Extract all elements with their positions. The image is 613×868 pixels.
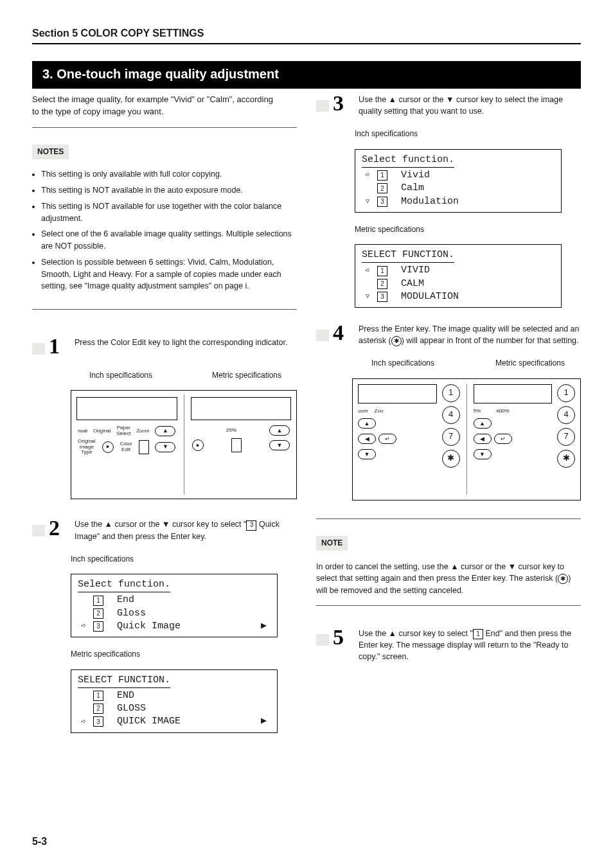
panel-label: 25% bbox=[226, 428, 236, 433]
control-panel-figure: nual Original Paper Select Zoom ▲ Origin… bbox=[71, 390, 297, 499]
panel-label: 400% bbox=[496, 407, 509, 415]
notes-list: This setting is only available with full… bbox=[32, 168, 297, 296]
spec-label-metric: Metric specifications bbox=[479, 358, 581, 369]
note-heading: NOTE bbox=[316, 536, 348, 551]
divider bbox=[184, 394, 184, 495]
lcd-item: GLOSS bbox=[117, 702, 146, 715]
panel-label: Color Edit bbox=[120, 441, 132, 452]
spec-label-metric: Metric specifications bbox=[355, 224, 581, 235]
lcd-screen-icon bbox=[76, 397, 177, 420]
enter-key-icon: ↵ bbox=[494, 434, 512, 444]
led-icon: ● bbox=[102, 441, 114, 453]
spec-label-inch: Inch specifications bbox=[352, 358, 454, 369]
boxed-number-icon: 3 bbox=[93, 621, 103, 632]
boxed-number-icon: 3 bbox=[377, 292, 387, 302]
divider bbox=[466, 384, 467, 495]
panel-label: oom bbox=[358, 407, 368, 415]
lcd-item: QUICK IMAGE bbox=[117, 715, 181, 728]
step-number: 1 bbox=[49, 335, 60, 357]
lcd-item: End bbox=[117, 594, 134, 607]
step-number: 4 bbox=[333, 322, 344, 344]
boxed-number-icon: 3 bbox=[377, 197, 387, 207]
keypad-figure: oom Zoo ▲ ◀ ↵ ▼ 1 bbox=[352, 378, 581, 500]
step-marker bbox=[316, 330, 329, 341]
asterisk-mark-icon: ✱ bbox=[391, 336, 402, 346]
down-key-icon: ▼ bbox=[269, 440, 290, 450]
numpad-key: 4 bbox=[557, 406, 575, 424]
panel-label: Zoom bbox=[136, 429, 149, 434]
down-key-icon: ▼ bbox=[358, 449, 376, 459]
numpad-key: 4 bbox=[442, 406, 460, 424]
lcd-menu: SELECT FUNCTION. 1 END 2 GLOSS ➪3 QUICK … bbox=[71, 669, 278, 733]
rule bbox=[316, 605, 581, 606]
spec-label-inch: Inch specifications bbox=[71, 554, 297, 565]
scroll-down-icon: ▽ bbox=[362, 197, 373, 206]
step-marker bbox=[32, 525, 45, 536]
lcd-item: MODULATION bbox=[401, 290, 459, 303]
panel-label: nual bbox=[78, 429, 87, 434]
up-key-icon: ▲ bbox=[269, 425, 290, 436]
step-number: 5 bbox=[333, 626, 344, 648]
lcd-screen-icon bbox=[191, 397, 292, 420]
submenu-arrow-icon: ▶ bbox=[261, 620, 271, 633]
rule bbox=[316, 518, 581, 519]
lcd-screen-icon bbox=[474, 384, 553, 403]
down-key-icon: ▼ bbox=[474, 449, 492, 459]
lcd-title: SELECT FUNCTION. bbox=[78, 674, 170, 688]
numpad-key: 1 bbox=[442, 384, 460, 402]
note-item: Select one of the 6 available image qual… bbox=[41, 228, 297, 252]
boxed-number-1-icon: 1 bbox=[473, 629, 483, 639]
scroll-down-icon: ▽ bbox=[362, 292, 373, 301]
numpad-key-star: ✱ bbox=[557, 450, 575, 468]
down-key-icon: ▼ bbox=[155, 442, 175, 452]
boxed-number-icon: 3 bbox=[93, 716, 103, 727]
step-text: Use the ▲ cursor or the ▼ cursor key to … bbox=[359, 94, 581, 117]
step-text: Press the Color Edit key to light the co… bbox=[75, 337, 297, 348]
text-fragment: ) will appear in front of the number for… bbox=[402, 336, 579, 345]
step-text: Use the ▲ cursor key to select "1 End" a… bbox=[359, 628, 581, 663]
section-header: Section 5 COLOR COPY SETTINGS bbox=[32, 26, 581, 44]
numpad-key-star: ✱ bbox=[442, 450, 460, 468]
step-marker bbox=[316, 100, 329, 112]
lcd-item: VIVID bbox=[401, 264, 430, 277]
spec-label-inch: Inch specifications bbox=[355, 128, 581, 139]
step-text: Press the Enter key. The image quality w… bbox=[359, 323, 581, 346]
lcd-screen-icon bbox=[358, 384, 437, 403]
boxed-number-icon: 1 bbox=[377, 170, 387, 181]
up-key-icon: ▲ bbox=[155, 426, 175, 436]
numpad-key: 7 bbox=[442, 428, 460, 446]
spec-label-metric: Metric specifications bbox=[71, 649, 297, 660]
boxed-number-icon: 1 bbox=[93, 691, 103, 701]
boxed-number-icon: 2 bbox=[377, 183, 387, 193]
led-icon: ● bbox=[192, 439, 204, 451]
lcd-title: Select function. bbox=[362, 154, 454, 168]
lcd-item: Calm bbox=[401, 182, 424, 195]
numpad-key: 1 bbox=[557, 384, 575, 402]
lcd-item: Gloss bbox=[117, 607, 146, 620]
step-marker bbox=[316, 634, 329, 646]
panel-label: Original Image Type bbox=[78, 439, 96, 455]
step-text: Use the ▲ cursor or the ▼ cursor key to … bbox=[75, 518, 297, 542]
note-item: This setting is only available with full… bbox=[41, 168, 297, 181]
boxed-number-icon: 1 bbox=[93, 596, 103, 606]
intro-text: Select the image quality, for example "V… bbox=[32, 94, 276, 118]
notes-heading: NOTES bbox=[32, 145, 69, 159]
lcd-item: Modulation bbox=[401, 195, 459, 208]
left-key-icon: ◀ bbox=[474, 434, 492, 444]
boxed-number-3-icon: 3 bbox=[246, 520, 256, 531]
note-body: In order to cancel the setting, use the … bbox=[316, 561, 581, 596]
boxed-number-icon: 2 bbox=[377, 279, 387, 289]
page-number: 5-3 bbox=[32, 834, 47, 849]
up-key-icon: ▲ bbox=[474, 418, 492, 429]
page-title-bar: 3. One-touch image quality adjustment bbox=[32, 61, 581, 89]
boxed-number-icon: 2 bbox=[93, 608, 103, 619]
lcd-item: END bbox=[117, 689, 134, 702]
up-key-icon: ▲ bbox=[358, 418, 376, 429]
numpad-key: 7 bbox=[557, 428, 575, 446]
step-marker bbox=[32, 343, 45, 355]
rule bbox=[32, 309, 297, 310]
enter-key-icon: ↵ bbox=[378, 434, 396, 444]
cursor-arrow-icon: ➪ bbox=[362, 265, 373, 277]
lcd-menu: Select function. ➪1 Vivid 2 Calm ▽3 Modu… bbox=[355, 149, 562, 213]
note-item: This setting is NOT available in the aut… bbox=[41, 184, 297, 197]
